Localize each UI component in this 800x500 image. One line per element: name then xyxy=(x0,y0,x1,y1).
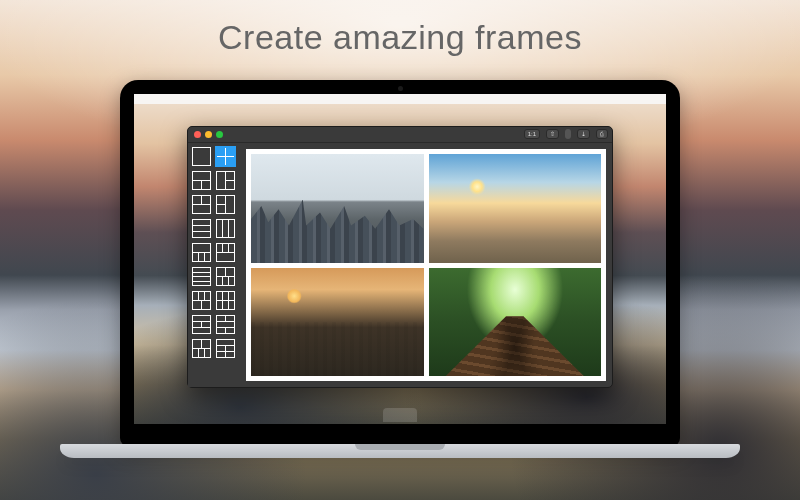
canvas-panel xyxy=(240,143,612,387)
layout-template-3-1[interactable] xyxy=(216,243,235,262)
layout-template-2-1-2[interactable] xyxy=(216,315,235,334)
layout-template-1-2-1[interactable] xyxy=(192,315,211,334)
layout-templates-panel xyxy=(188,143,240,387)
app-window: 1:1 ⇧ ⤓ ⎙ xyxy=(187,126,613,388)
minimize-window-button[interactable] xyxy=(205,131,212,138)
hero-headline: Create amazing frames xyxy=(0,18,800,57)
save-button[interactable]: ⤓ xyxy=(577,129,590,139)
layout-template-t1b2[interactable] xyxy=(192,171,211,190)
layout-template-3h[interactable] xyxy=(192,219,211,238)
collage-cell-4[interactable] xyxy=(429,268,602,377)
macos-menubar xyxy=(134,94,666,104)
laptop-base xyxy=(60,444,740,458)
share-icon: ⇧ xyxy=(550,131,555,137)
toolbar-separator xyxy=(565,129,571,139)
layout-template-5b[interactable] xyxy=(216,339,235,358)
layout-template-3-2[interactable] xyxy=(192,291,211,310)
layout-template-4h[interactable] xyxy=(192,267,211,286)
layout-template-5a[interactable] xyxy=(192,339,211,358)
collage-canvas[interactable] xyxy=(246,149,606,381)
share-button[interactable]: ⇧ xyxy=(546,129,559,139)
print-button[interactable]: ⎙ xyxy=(596,129,608,139)
layout-template-1-3[interactable] xyxy=(192,243,211,262)
layout-template-t2b1[interactable] xyxy=(192,195,211,214)
layout-template-grid6a[interactable] xyxy=(216,291,235,310)
layout-template-3v[interactable] xyxy=(216,219,235,238)
layout-template-2-3[interactable] xyxy=(216,267,235,286)
aspect-ratio-button[interactable]: 1:1 xyxy=(524,129,540,139)
collage-cell-2[interactable] xyxy=(429,154,602,263)
macos-dock xyxy=(383,408,417,422)
layout-template-2x2[interactable] xyxy=(216,147,235,166)
layout-template-single[interactable] xyxy=(192,147,211,166)
collage-cell-3[interactable] xyxy=(251,268,424,377)
layout-template-l2r1[interactable] xyxy=(216,195,235,214)
zoom-window-button[interactable] xyxy=(216,131,223,138)
titlebar: 1:1 ⇧ ⤓ ⎙ xyxy=(188,127,612,143)
print-icon: ⎙ xyxy=(600,131,604,137)
macbook-mockup: 1:1 ⇧ ⤓ ⎙ xyxy=(120,80,680,458)
camera-dot xyxy=(398,86,403,91)
layout-template-l1r2[interactable] xyxy=(216,171,235,190)
close-window-button[interactable] xyxy=(194,131,201,138)
save-icon: ⤓ xyxy=(581,131,586,137)
collage-cell-1[interactable] xyxy=(251,154,424,263)
